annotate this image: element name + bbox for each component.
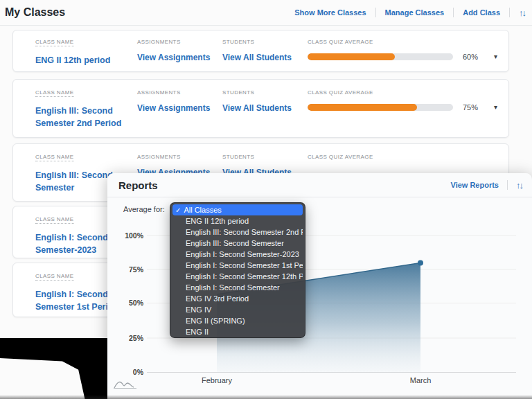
dropdown-item[interactable]: English III: Second Semester 2nd Period bbox=[172, 227, 303, 238]
view-assignments-link[interactable]: View Assignments bbox=[137, 53, 222, 62]
column-header-assignments: ASSIGNMENTS bbox=[137, 154, 222, 160]
quiz-average-bar-fill bbox=[308, 104, 417, 111]
dropdown-item[interactable]: ENG II (SPRING) bbox=[172, 315, 303, 326]
area-chart-icon bbox=[113, 378, 139, 390]
column-header-students: STUDENTS bbox=[222, 154, 308, 160]
y-tick-label: 100% bbox=[125, 231, 144, 240]
check-icon: ✓ bbox=[175, 206, 181, 214]
dropdown-item[interactable]: English I: Second Semester 12th Period bbox=[172, 271, 303, 282]
page-header: My Classes Show More Classes Manage Clas… bbox=[0, 0, 532, 26]
divider bbox=[453, 8, 454, 17]
x-tick-label-february: February bbox=[202, 376, 233, 384]
y-tick-label: 25% bbox=[129, 334, 144, 342]
x-tick-label-march: March bbox=[410, 376, 432, 384]
dropdown-item[interactable]: English I: Second Semester-2023 bbox=[172, 249, 303, 260]
column-header-students: STUDENTS bbox=[222, 39, 308, 45]
class-name-link[interactable]: ENG II 12th period bbox=[35, 54, 132, 66]
column-header-class-name: CLASS NAME bbox=[35, 154, 74, 161]
y-tick-label: 75% bbox=[129, 265, 144, 274]
quiz-average-bar-fill bbox=[308, 53, 395, 60]
column-header-quiz-average: CLASS QUIZ AVERAGE bbox=[308, 154, 497, 160]
dropdown-item[interactable]: English I: Second Semester bbox=[172, 282, 303, 293]
reports-panel: Reports View Reports ↑↓ Average for: 100… bbox=[107, 173, 532, 399]
view-assignments-link[interactable]: View Assignments bbox=[137, 103, 222, 113]
show-more-classes-link[interactable]: Show More Classes bbox=[294, 8, 366, 17]
sort-icon[interactable]: ↑↓ bbox=[519, 8, 525, 18]
quiz-percent-value: 60% bbox=[463, 53, 486, 61]
column-header-class-name: CLASS NAME bbox=[35, 216, 74, 224]
dropdown-item[interactable]: ENG IV bbox=[172, 304, 303, 315]
class-filter-dropdown-menu: ✓ All Classes ENG II 12th period English… bbox=[170, 202, 305, 338]
quiz-average-bar bbox=[308, 53, 453, 60]
quiz-average-bar bbox=[308, 104, 453, 111]
class-card: CLASS NAME English III: Second Semester … bbox=[12, 79, 509, 138]
column-header-class-name: CLASS NAME bbox=[35, 89, 74, 97]
manage-classes-link[interactable]: Manage Classes bbox=[385, 8, 445, 17]
column-header-class-name: CLASS NAME bbox=[35, 39, 74, 46]
y-tick-label: 0% bbox=[133, 368, 144, 376]
class-card: CLASS NAME ENG II 12th period ASSIGNMENT… bbox=[12, 30, 509, 72]
row-expand-caret-icon[interactable]: ▾ bbox=[494, 104, 497, 111]
data-point-marker bbox=[418, 260, 423, 266]
column-header-assignments: ASSIGNMENTS bbox=[137, 89, 222, 96]
row-expand-caret-icon[interactable]: ▾ bbox=[494, 53, 497, 60]
divider bbox=[509, 8, 510, 17]
screenshot-bottom-edge bbox=[0, 395, 532, 399]
column-header-class-name: CLASS NAME bbox=[35, 273, 74, 281]
y-tick-label: 50% bbox=[129, 299, 144, 307]
column-header-assignments: ASSIGNMENTS bbox=[137, 39, 222, 45]
dropdown-item[interactable]: ENG IV 3rd Period bbox=[172, 293, 303, 304]
page-title: My Classes bbox=[5, 6, 65, 19]
dropdown-item-all-classes[interactable]: ✓ All Classes bbox=[172, 204, 303, 215]
divider bbox=[375, 8, 376, 17]
header-actions: Show More Classes Manage Classes Add Cla… bbox=[294, 8, 525, 18]
view-all-students-link[interactable]: View All Students bbox=[222, 103, 308, 113]
column-header-students: STUDENTS bbox=[222, 89, 308, 96]
dropdown-item[interactable]: ENG II 12th period bbox=[172, 215, 303, 227]
dropdown-item[interactable]: English I: Second Semester 1st Period bbox=[172, 260, 303, 271]
screenshot-background-corner bbox=[0, 338, 107, 399]
view-all-students-link[interactable]: View All Students bbox=[222, 53, 308, 62]
dropdown-item[interactable]: English III: Second Semester bbox=[172, 238, 303, 249]
column-header-quiz-average: CLASS QUIZ AVERAGE bbox=[308, 39, 497, 45]
quiz-percent-value: 75% bbox=[463, 103, 486, 112]
class-name-link[interactable]: English III: Second Semester 2nd Period bbox=[35, 105, 132, 130]
dropdown-item[interactable]: ENG II bbox=[172, 326, 303, 337]
add-class-link[interactable]: Add Class bbox=[463, 8, 500, 17]
column-header-quiz-average: CLASS QUIZ AVERAGE bbox=[308, 89, 497, 96]
